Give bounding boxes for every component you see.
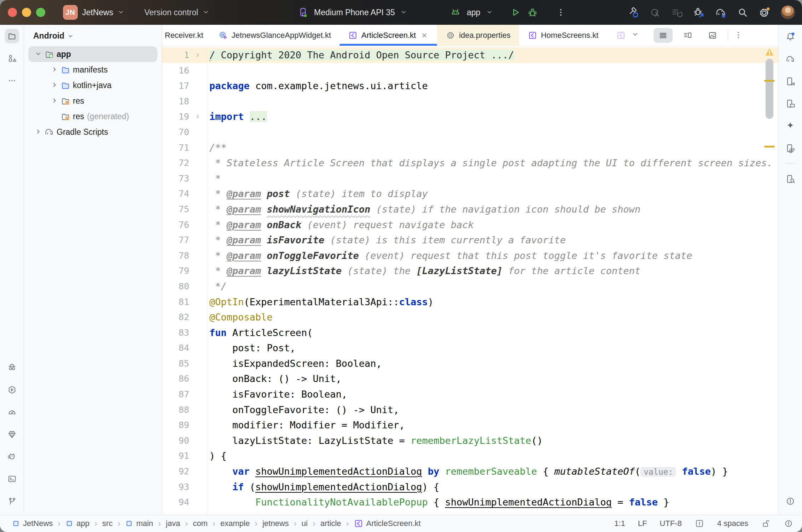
code-line-78[interactable]: 78 * @param onToggleFavorite (event) req… — [162, 248, 778, 264]
tab-HomeScreens.kt[interactable]: HomeScreens.kt — [519, 25, 607, 46]
project-view-selector[interactable]: Android — [24, 31, 162, 41]
chevron-right-icon[interactable] — [50, 66, 59, 74]
breadcrumb-item-main[interactable]: main — [125, 519, 153, 528]
fold-marker-icon[interactable] — [189, 47, 207, 63]
settings-button[interactable] — [759, 7, 770, 18]
terminal-icon[interactable] — [5, 472, 19, 486]
code-line-86[interactable]: 86 onBack: () -> Unit, — [162, 371, 778, 387]
code-line-16[interactable]: 16 — [162, 63, 778, 79]
code-line-90[interactable]: 90 lazyListState: LazyListState = rememb… — [162, 433, 778, 449]
more-run-actions-button[interactable] — [555, 7, 566, 18]
line-separator-widget[interactable]: LF — [638, 519, 647, 528]
breadcrumb-item-jetnews[interactable]: jetnews — [262, 519, 289, 528]
code-line-88[interactable]: 88 onToggleFavorite: () -> Unit, — [162, 402, 778, 418]
chevron-down-icon[interactable] — [34, 50, 43, 58]
profiler-icon[interactable] — [5, 405, 19, 419]
resource-manager-icon[interactable] — [5, 51, 19, 65]
tree-item-res[interactable]: res(generated) — [28, 109, 157, 124]
warning-stripe-mark[interactable] — [764, 80, 775, 82]
build-button[interactable] — [627, 7, 639, 18]
code-line-89[interactable]: 89 modifier: Modifier = Modifier, — [162, 417, 778, 433]
code-line-1[interactable]: 1/ Copyright 2020 The Android Open Sourc… — [162, 47, 778, 63]
vcs-menu[interactable]: Version control — [144, 8, 198, 17]
device-explorer-icon[interactable] — [783, 141, 797, 155]
code-line-92[interactable]: 92 var showUnimplementedActionDialog by … — [162, 464, 778, 479]
run-button[interactable] — [510, 7, 521, 18]
tab-JetnewsGlanceAppWidget.kt[interactable]: JetnewsGlanceAppWidget.kt — [210, 25, 339, 46]
code-line-83[interactable]: 83fun ArticleScreen( — [162, 325, 778, 341]
indent-widget[interactable]: 4 spaces — [717, 519, 748, 528]
code-line-71[interactable]: 71/** — [162, 140, 778, 156]
code-line-74[interactable]: 74 * @param post (state) item to display — [162, 186, 778, 202]
inspections-warning-icon[interactable] — [764, 47, 775, 59]
close-window-button[interactable] — [8, 8, 17, 17]
gemini-icon[interactable] — [783, 119, 797, 133]
maximize-window-button[interactable] — [36, 8, 45, 17]
more-tool-windows-icon[interactable] — [5, 74, 19, 88]
tree-item-gradle-scripts[interactable]: Gradle Scripts — [28, 124, 157, 140]
code-line-76[interactable]: 76 * @param onBack (event) request navig… — [162, 217, 778, 233]
device-selector[interactable]: Medium Phone API 35 — [314, 8, 395, 17]
code-line-82[interactable]: 82@Composable — [162, 310, 778, 325]
services-icon[interactable] — [5, 383, 19, 397]
breadcrumb-item-example[interactable]: example — [220, 519, 250, 528]
code-line-91[interactable]: 91) { — [162, 448, 778, 464]
tab-list-chevron[interactable] — [632, 31, 641, 40]
tree-item-manifests[interactable]: manifests — [28, 62, 157, 77]
diamond-tool-icon[interactable] — [5, 427, 19, 441]
project-menu[interactable]: JetNews — [82, 8, 113, 17]
breadcrumb-item-JetNews[interactable]: JetNews — [12, 519, 53, 528]
tab-idea.properties[interactable]: idea.properties — [437, 25, 519, 46]
tab-Receiver.kt[interactable]: Receiver.kt — [162, 25, 210, 46]
apply-changes-restart-button[interactable] — [649, 7, 661, 18]
sync-gradle-button[interactable] — [715, 7, 726, 18]
code-line-81[interactable]: 81@OptIn(ExperimentalMaterial3Api::class… — [162, 294, 778, 310]
tree-item-kotlin+java[interactable]: kotlin+java — [28, 77, 157, 93]
breadcrumb-item-com[interactable]: com — [193, 519, 208, 528]
code-line-75[interactable]: 75 * @param showNavigationIcon (state) i… — [162, 202, 778, 217]
code-line-79[interactable]: 79 * @param lazyListState (state) the [L… — [162, 263, 778, 279]
tab-ArticleScreen.kt[interactable]: ArticleScreen.kt — [339, 25, 437, 46]
problems-icon[interactable] — [783, 494, 797, 508]
encoding-widget[interactable]: UTF-8 — [660, 519, 682, 528]
debug-button[interactable] — [527, 7, 538, 18]
run-configuration-selector[interactable]: app — [467, 8, 480, 17]
scrollbar-thumb[interactable] — [766, 59, 773, 119]
breadcrumb-item-article[interactable]: article — [320, 519, 341, 528]
breadcrumb-item-ui[interactable]: ui — [302, 519, 308, 528]
app-inspection-icon[interactable] — [783, 172, 797, 186]
code-line-18[interactable]: 18 — [162, 94, 778, 109]
minimize-window-button[interactable] — [22, 8, 31, 17]
code-line-73[interactable]: 73 * — [162, 171, 778, 186]
view-mode-code-button[interactable] — [653, 28, 673, 43]
chevron-right-icon[interactable] — [50, 97, 59, 105]
unlock-icon[interactable] — [761, 519, 771, 528]
fold-marker-icon[interactable] — [189, 109, 207, 125]
running-devices-icon[interactable] — [783, 97, 797, 111]
breadcrumb-item-ArticleScreen.kt[interactable]: ArticleScreen.kt — [354, 519, 421, 528]
code-line-77[interactable]: 77 * @param isFavorite (state) is this i… — [162, 232, 778, 248]
code-line-87[interactable]: 87 isFavorite: Boolean, — [162, 387, 778, 402]
code-line-84[interactable]: 84 post: Post, — [162, 340, 778, 356]
problems-icon[interactable] — [784, 519, 794, 528]
breadcrumb-item-java[interactable]: java — [166, 519, 180, 528]
gradle-icon[interactable] — [783, 52, 797, 66]
search-everywhere-button[interactable] — [737, 7, 748, 18]
warning-stripe-mark[interactable] — [764, 146, 775, 148]
code-line-70[interactable]: 70 — [162, 125, 778, 140]
logcat-icon[interactable] — [5, 450, 19, 464]
editor-more-options-button[interactable] — [734, 30, 744, 40]
breadcrumb-item-app[interactable]: app — [65, 519, 89, 528]
tree-item-res[interactable]: res — [28, 93, 157, 109]
code-line-72[interactable]: 72 * Stateless Article Screen that displ… — [162, 155, 778, 171]
project-icon[interactable] — [5, 29, 19, 43]
user-avatar[interactable] — [781, 5, 795, 19]
code-line-85[interactable]: 85 isExpandedScreen: Boolean, — [162, 356, 778, 371]
code-line-93[interactable]: 93 if (showUnimplementedActionDialog) { — [162, 479, 778, 495]
view-mode-split-button[interactable] — [678, 28, 697, 43]
breadcrumb-item-src[interactable]: src — [102, 519, 112, 528]
attach-debugger-button[interactable] — [693, 7, 704, 18]
apply-code-changes-button[interactable] — [671, 7, 682, 18]
chevron-right-icon[interactable] — [50, 81, 59, 89]
version-control-icon[interactable] — [5, 494, 19, 508]
